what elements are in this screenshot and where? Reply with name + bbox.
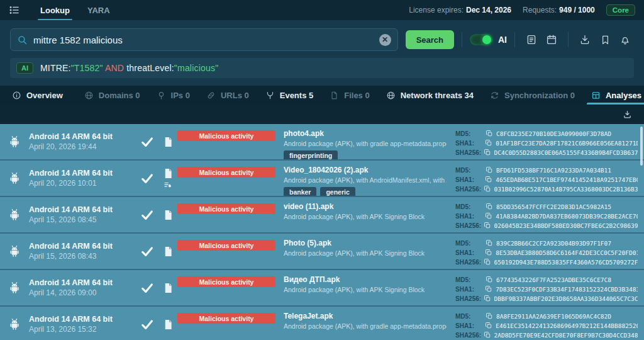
summary-icon[interactable]	[523, 31, 540, 48]
tab-synchronization[interactable]: Synchronization 0	[482, 86, 583, 105]
tab-network-threats[interactable]: Network threats 34	[378, 86, 482, 105]
tab-overview[interactable]: Overview	[4, 86, 71, 105]
ai-toggle[interactable]	[470, 34, 492, 45]
hash-label: SHA1:	[455, 213, 485, 220]
hash-label: MD5:	[455, 313, 486, 320]
analysis-row[interactable]: Android 14 ARM 64 bit April 20, 2026 10:…	[0, 161, 644, 197]
analysis-row[interactable]: Android 14 ARM 64 bit April 14, 2026 09:…	[0, 270, 644, 307]
sync-icon	[490, 91, 499, 100]
hash-value: 85DD356547FCFFC2E2D83D1AC5982A15	[496, 203, 611, 210]
tag-chip[interactable]: banker	[284, 187, 316, 196]
bell-icon[interactable]	[616, 31, 634, 48]
analysis-date: April 20, 2026 10:01	[29, 179, 136, 188]
android-icon	[8, 281, 21, 295]
tab-domains[interactable]: Domains 0	[76, 86, 148, 105]
tab-files[interactable]: Files 0	[321, 86, 377, 105]
search-query-text: mittre 1582 malicious	[33, 35, 379, 45]
hash-label: SHA1:	[455, 140, 485, 147]
hash-label: SHA256:	[455, 222, 484, 229]
verdict-badge: Malicious activity	[177, 313, 275, 324]
scrollbar-thumb[interactable]	[640, 127, 643, 166]
hash-label: MD5:	[455, 240, 486, 247]
file-description: Android package (APK), with APK Signing …	[284, 213, 447, 220]
branch-icon	[265, 91, 275, 100]
copy-icon[interactable]	[486, 203, 493, 210]
divider	[462, 32, 462, 47]
hash-label: SHA1:	[455, 249, 485, 256]
copy-icon[interactable]	[484, 149, 491, 156]
copy-icon[interactable]	[485, 322, 492, 329]
copy-icon[interactable]	[485, 285, 492, 293]
calendar-icon[interactable]	[543, 31, 560, 48]
hash-value: 41A8384A82BD7DA837EB68073DB39C28BE2ACE70	[496, 213, 638, 220]
table-toolbar	[0, 105, 644, 124]
hash-label: MD5:	[455, 203, 486, 210]
os-name: Android 14 ARM 64 bit	[29, 205, 136, 214]
hash-md5: MD5: BFD61FD538BF716C1A9233DA7A034B11	[455, 166, 638, 174]
hash-value: 8E53DBAE3B80D58D6C6164F42DE3CC0C5F20FD01	[496, 249, 638, 256]
hash-value: E461EC351422413268696497B212E144BB882520	[496, 322, 638, 329]
file-type-icon	[162, 319, 174, 331]
analysis-date: April 14, 2026 09:00	[29, 288, 136, 297]
menu-icon[interactable]	[9, 0, 24, 20]
file-type-icon	[162, 167, 174, 179]
verdict-badge: Malicious activity	[177, 240, 275, 251]
copy-icon[interactable]	[486, 312, 493, 320]
tab-label: Network threats 34	[401, 91, 474, 100]
file-info-cell: photo4.apk Android package (APK), with g…	[279, 124, 450, 159]
copy-icon[interactable]	[486, 130, 493, 137]
search-input[interactable]: mittre 1582 malicious ✕	[10, 28, 398, 51]
file-info-cell: Video_18042026 (2).apk Android package (…	[279, 161, 450, 196]
tab-events[interactable]: Events 5	[257, 86, 321, 105]
file-info-cell: TelegaJet.apk Android package (APK), wit…	[279, 307, 450, 340]
tab-label: Domains 0	[99, 91, 140, 100]
copy-icon[interactable]	[486, 276, 493, 283]
ai-query-segment: threatLevel:	[126, 63, 174, 73]
tab-ips[interactable]: IPs 0	[148, 86, 198, 105]
grid-icon	[591, 91, 601, 100]
copy-icon[interactable]	[486, 166, 493, 174]
analysis-row[interactable]: Android 14 ARM 64 bit April 13, 2026 15:…	[0, 307, 644, 340]
file-info-cell: video (11).apk Android package (APK), wi…	[279, 197, 450, 232]
download-icon[interactable]	[576, 31, 594, 48]
hashes-cell: MD5: C8FCB235E270B10DE3A099000F3D78AD SH…	[450, 124, 644, 159]
ai-badge: AI	[16, 62, 33, 74]
copy-icon[interactable]	[485, 249, 492, 256]
android-icon	[8, 135, 21, 149]
tab-lookup[interactable]: Lookup	[31, 0, 79, 20]
copy-icon[interactable]	[484, 222, 491, 229]
hash-label: MD5:	[455, 167, 486, 174]
bookmark-icon[interactable]	[596, 31, 614, 48]
tag-chip[interactable]: generic	[320, 187, 355, 196]
analysis-row[interactable]: Android 14 ARM 64 bit April 15, 2026 08:…	[0, 197, 644, 234]
copy-icon[interactable]	[485, 139, 492, 147]
hash-sha256: SHA256: 2AD8D5FE70E9E42CFD8E70F8EF9B7C30…	[455, 331, 638, 339]
tags: fingerprinting	[284, 150, 447, 159]
copy-icon[interactable]	[485, 176, 492, 183]
analysis-row[interactable]: Android 14 ARM 64 bit April 15, 2026 08:…	[0, 234, 644, 270]
android-icon	[8, 317, 21, 331]
tab-analyses[interactable]: Analyses 227	[583, 86, 644, 105]
hash-label: MD5:	[455, 276, 486, 283]
hashes-cell: MD5: 839C2BB66C2CF2A923D04B93D97F1F07 SH…	[450, 234, 644, 269]
os-name: Android 14 ARM 64 bit	[29, 315, 136, 324]
tab-urls[interactable]: URLs 0	[198, 86, 257, 105]
os-cell: Android 14 ARM 64 bit April 13, 2026 15:…	[29, 307, 136, 340]
search-button[interactable]: Search	[406, 30, 454, 49]
analysis-date: April 15, 2026 08:45	[29, 215, 136, 224]
result-tabs: OverviewDomains 0IPs 0URLs 0Events 5File…	[0, 86, 644, 105]
copy-icon[interactable]	[484, 185, 491, 193]
copy-icon[interactable]	[484, 331, 491, 339]
copy-icon[interactable]	[484, 258, 491, 266]
analysis-row[interactable]: Android 14 ARM 64 bit April 20, 2026 19:…	[0, 124, 644, 161]
copy-icon[interactable]	[484, 295, 491, 302]
hash-value: DBBF9B337ABBF202E3D8658AA336D344065C7C3C…	[494, 295, 638, 302]
clear-search-icon[interactable]: ✕	[379, 34, 391, 46]
copy-icon[interactable]	[486, 239, 493, 247]
hash-label: SHA256:	[455, 149, 484, 156]
copy-icon[interactable]	[485, 212, 492, 220]
tab-yara[interactable]: YARA	[79, 0, 119, 20]
export-icon[interactable]	[618, 106, 636, 123]
tag-chip[interactable]: fingerprinting	[284, 150, 338, 159]
hash-md5: MD5: 8A8FE2911AA2A639EF1065D69AC4C82D	[455, 312, 638, 320]
